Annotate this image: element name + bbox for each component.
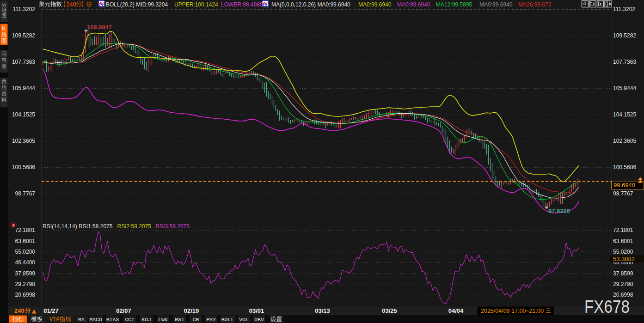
svg-text:100.5686: 100.5686	[12, 164, 35, 171]
svg-text:03/13: 03/13	[315, 307, 330, 314]
svg-text:72.1801: 72.1801	[15, 227, 36, 233]
svg-text:105.9444: 105.9444	[12, 85, 35, 91]
svg-text:MA: MA	[78, 317, 85, 323]
svg-text:RSI2:58.2075: RSI2:58.2075	[117, 223, 152, 230]
svg-text:CR: CR	[193, 317, 199, 323]
svg-text:109.5282: 109.5282	[613, 32, 636, 39]
svg-text:LW&: LW&	[158, 317, 168, 323]
svg-text:20.6998: 20.6998	[15, 292, 36, 298]
svg-text:VOL: VOL	[239, 317, 249, 323]
svg-text:03/01: 03/01	[249, 307, 264, 314]
svg-text:MA26:99.072: MA26:99.072	[518, 1, 552, 8]
svg-text:MA(0,0,0,12,0,26) MA0:99.6940: MA(0,0,0,12,0,26) MA0:99.6940	[271, 1, 350, 8]
svg-text:98.7767: 98.7767	[613, 190, 633, 197]
svg-text:63.6001: 63.6001	[15, 238, 36, 244]
svg-text:BIAS: BIAS	[106, 317, 119, 323]
svg-text:02/19: 02/19	[184, 307, 199, 314]
svg-text:29.2798: 29.2798	[15, 281, 36, 287]
svg-text:29.2798: 29.2798	[613, 281, 633, 287]
svg-text:PSY: PSY	[206, 317, 216, 323]
svg-text:98.7767: 98.7767	[15, 190, 36, 197]
svg-text:MA0:99.6940: MA0:99.6940	[358, 1, 392, 8]
svg-text:105.9444: 105.9444	[613, 85, 636, 91]
svg-text:72.1801: 72.1801	[613, 227, 633, 233]
svg-text:55.0200: 55.0200	[15, 249, 36, 255]
svg-text:240: 240	[67, 1, 76, 8]
svg-text:RSI3:58.2075: RSI3:58.2075	[156, 223, 190, 230]
svg-text:UPPER:100.1424: UPPER:100.1424	[174, 1, 218, 8]
svg-text:240: 240	[14, 307, 25, 314]
svg-text:RSI: RSI	[175, 317, 184, 323]
svg-text:03/25: 03/25	[382, 307, 397, 314]
svg-text:MA0:99.6940: MA0:99.6940	[479, 1, 513, 8]
svg-text:107.7363: 107.7363	[12, 59, 35, 65]
svg-text:CCI: CCI	[125, 317, 135, 323]
svg-text:46.4400: 46.4400	[15, 259, 36, 266]
svg-text:MA0:99.6940: MA0:99.6940	[397, 1, 430, 8]
svg-text:04/04: 04/04	[448, 307, 464, 314]
svg-text:111.3202: 111.3202	[13, 6, 36, 12]
svg-text:KDJ: KDJ	[141, 317, 151, 323]
svg-text:104.1525: 104.1525	[12, 111, 35, 118]
svg-text:LOWER:98.4985: LOWER:98.4985	[221, 1, 263, 8]
svg-text:102.3605: 102.3605	[613, 138, 636, 144]
svg-text:2025/04/09 17:00~21:00: 2025/04/09 17:00~21:00	[481, 308, 544, 314]
svg-text:99.6940: 99.6940	[613, 182, 635, 189]
svg-text:FX678: FX678	[584, 297, 630, 317]
svg-text:BOLL: BOLL	[221, 317, 234, 323]
svg-text:BOLL(20,2) MID:99.3204: BOLL(20,2) MID:99.3204	[106, 1, 168, 8]
svg-text:55.0200: 55.0200	[613, 249, 633, 255]
svg-text:MA12:99.5895: MA12:99.5895	[436, 1, 472, 8]
svg-text:K: K	[2, 25, 6, 32]
svg-text:97.9226: 97.9226	[548, 207, 570, 214]
svg-text:109.5282: 109.5282	[12, 32, 35, 39]
svg-text:VIP: VIP	[49, 317, 60, 323]
svg-text:111.3202: 111.3202	[613, 6, 636, 12]
svg-text:53.3882: 53.3882	[613, 256, 635, 262]
svg-text:37.8599: 37.8599	[15, 270, 36, 277]
svg-text:109.8847: 109.8847	[87, 24, 112, 30]
svg-text:102.3605: 102.3605	[12, 138, 35, 144]
svg-text:01/27: 01/27	[43, 307, 59, 314]
svg-text:RSI(14,14,14) RSI1:58.2075: RSI(14,14,14) RSI1:58.2075	[43, 223, 113, 230]
svg-text:02/07: 02/07	[116, 307, 131, 314]
svg-text:104.1525: 104.1525	[613, 111, 636, 118]
svg-text:63.6001: 63.6001	[613, 238, 633, 244]
svg-text:MACD: MACD	[89, 317, 102, 323]
svg-text:100.5686: 100.5686	[613, 164, 636, 171]
svg-text:37.8599: 37.8599	[613, 270, 633, 277]
svg-text:107.7363: 107.7363	[613, 59, 636, 65]
svg-text:OBV: OBV	[254, 317, 264, 323]
